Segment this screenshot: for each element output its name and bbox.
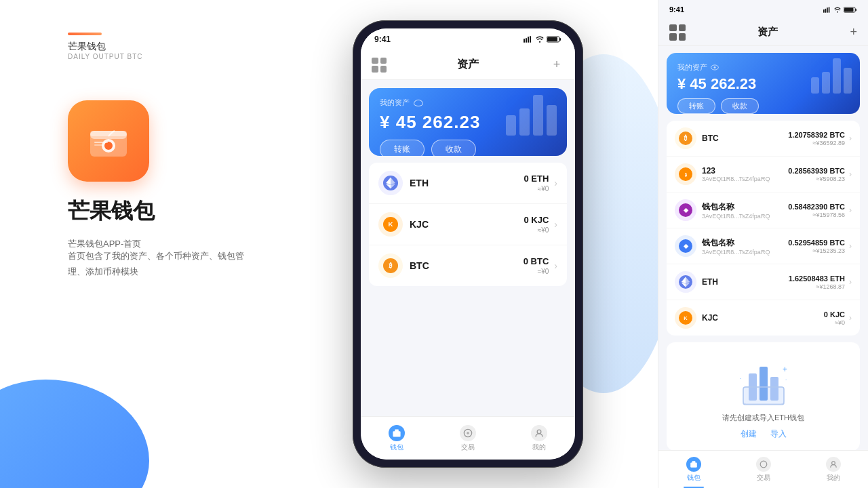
right-coin-wallet2-main: 钱包名称 3AvEQt1R8...TsZ4fpaRQ — [702, 237, 788, 256]
svg-rect-63 — [760, 367, 768, 401]
right-coin-item-btc[interactable]: ₿ BTC 1.20758392 BTC ≈¥36592.89 › — [667, 121, 860, 157]
right-coin-123-right: 0.28563939 BTC ≈¥5908.23 — [788, 167, 845, 182]
right-coin-item-wallet1[interactable]: ◆ 钱包名称 3AvEQt1R8...TsZ4fpaRQ 0.58482390 … — [667, 192, 860, 228]
phone-nav-trade[interactable]: 交易 — [432, 417, 503, 460]
svg-rect-41 — [844, 68, 852, 94]
right-transfer-button[interactable]: 转账 — [677, 98, 715, 114]
right-coin-item-eth[interactable]: ETH 1.62508483 ETH ≈¥1268.87 › — [667, 264, 860, 300]
svg-rect-43 — [811, 77, 819, 94]
brand-name: 芒果钱包 — [68, 41, 106, 53]
right-coin-wallet1-amount: 0.58482390 BTC — [788, 203, 845, 211]
right-coin-btc-right: 1.20758392 BTC ≈¥36592.89 — [788, 131, 845, 146]
svg-rect-7 — [524, 39, 525, 43]
svg-rect-15 — [533, 95, 543, 136]
right-coin-kjc-right: 0 KJC ≈¥0 — [824, 310, 845, 326]
phone-coin-eth-right: 0 ETH ≈¥0 — [524, 174, 549, 192]
empty-eth-section: + · · 请先创建或导入ETH钱包 创建 导入 — [667, 342, 860, 451]
svg-rect-39 — [844, 7, 854, 11]
right-coin-wallet2-cny: ≈¥15235.23 — [788, 247, 845, 254]
svg-rect-42 — [822, 72, 830, 94]
svg-point-36 — [837, 11, 838, 12]
phone-nav-add-icon[interactable]: + — [549, 58, 564, 73]
btc-icon: ₿ — [378, 253, 403, 278]
right-nav-trade[interactable]: 交易 — [728, 451, 798, 488]
phone-nav-wallet[interactable]: 钱包 — [361, 417, 432, 460]
svg-rect-32 — [823, 9, 825, 12]
right-coin-wallet2-name: 钱包名称 — [702, 237, 788, 249]
right-coin-123-cny: ≈¥5908.23 — [788, 176, 845, 182]
svg-point-71 — [760, 461, 767, 468]
app-icon — [68, 100, 149, 182]
svg-rect-70 — [692, 461, 695, 464]
right-coin-eth-main: ETH — [702, 277, 789, 287]
svg-rect-33 — [825, 8, 827, 12]
phone-coin-item-kjc[interactable]: K KJC 0 KJC ≈¥0 › — [369, 204, 567, 245]
right-coin-wallet2-right: 0.52954859 BTC ≈¥15235.23 — [788, 239, 845, 254]
right-nav-trade-label: 交易 — [757, 473, 770, 483]
svg-text:·: · — [740, 375, 741, 382]
right-nav-mine-label: 我的 — [827, 473, 840, 483]
phone-receive-button[interactable]: 收款 — [431, 140, 476, 156]
right-coin-item-wallet2[interactable]: ◆ 钱包名称 3AvEQt1R8...TsZ4fpaRQ 0.52954859 … — [667, 228, 860, 264]
svg-text:K: K — [389, 220, 393, 228]
right-kjc-arrow-icon: › — [849, 313, 852, 323]
phone-asset-eye-icon[interactable] — [414, 100, 423, 106]
right-coin-kjc-cny: ≈¥0 — [824, 319, 845, 326]
right-nav-wallet[interactable]: 钱包 — [658, 451, 728, 488]
svg-rect-10 — [530, 36, 531, 43]
phone-coin-item-btc[interactable]: ₿ BTC 0 BTC ≈¥0 › — [369, 245, 567, 286]
phone-status-bar: 9:41 — [361, 28, 575, 50]
right-coin-eth-name: ETH — [702, 277, 789, 287]
right-nav-grid-icon[interactable] — [669, 24, 686, 41]
right-coin-item-kjc[interactable]: K KJC 0 KJC ≈¥0 › — [667, 300, 860, 336]
right-coin-123-addr: 3AvEQt1R8...TsZ4fpaRQ — [702, 176, 788, 182]
empty-eth-import-link[interactable]: 导入 — [770, 428, 787, 440]
svg-text:◆: ◆ — [683, 243, 689, 249]
right-wallet2-icon: ◆ — [675, 235, 696, 257]
right-bottom-nav: 钱包 交易 我的 — [658, 450, 868, 488]
right-nav-mine[interactable]: 我的 — [798, 451, 868, 488]
right-receive-button[interactable]: 收款 — [721, 98, 759, 114]
right-coin-123-amount: 0.28563939 BTC — [788, 167, 845, 175]
right-coin-wallet2-addr: 3AvEQt1R8...TsZ4fpaRQ — [702, 249, 788, 256]
phone-coin-item-eth[interactable]: ETH 0 ETH ≈¥0 › — [369, 163, 567, 204]
right-nav-add-icon[interactable]: + — [850, 25, 857, 39]
phone-asset-card: 我的资产 ¥ 45 262.23 转账 收款 — [369, 88, 567, 156]
right-wallet1-arrow-icon: › — [849, 205, 852, 215]
phone-nav-mine[interactable]: 我的 — [504, 417, 575, 460]
right-coin-kjc-name: KJC — [702, 313, 824, 323]
wallet-nav-icon — [389, 425, 405, 441]
trade-nav-icon — [460, 425, 476, 441]
svg-rect-9 — [528, 37, 529, 43]
phone-nav-mine-label: 我的 — [532, 443, 546, 452]
app-name: 芒果钱包 — [68, 197, 155, 226]
svg-rect-17 — [519, 108, 530, 136]
right-coin-btc-cny: ≈¥36592.89 — [788, 140, 845, 146]
svg-text:◆: ◆ — [683, 207, 689, 214]
right-coin-item-123[interactable]: ₿ 123 3AvEQt1R8...TsZ4fpaRQ 0.28563939 B… — [667, 157, 860, 192]
right-wallet-nav-icon — [686, 457, 701, 472]
phone-coin-eth-info: ETH — [410, 178, 524, 188]
brand-subtitle: DAILY OUTPUT BTC — [68, 53, 142, 60]
right-wallet1-icon: ◆ — [675, 199, 696, 221]
phone-mockup: 9:41 资产 + — [353, 20, 583, 468]
phone-coin-eth-amount: 0 ETH — [524, 174, 549, 184]
phone-nav-grid-icon[interactable] — [372, 58, 387, 73]
decorative-blob — [0, 380, 149, 488]
eth-icon — [378, 171, 403, 195]
svg-rect-18 — [506, 115, 516, 136]
phone-nav-wallet-label: 钱包 — [390, 443, 403, 452]
phone-nav-trade-label: 交易 — [461, 443, 475, 452]
right-coin-wallet1-addr: 3AvEQt1R8...TsZ4fpaRQ — [702, 213, 788, 220]
phone-coin-list: ETH 0 ETH ≈¥0 › K KJC — [369, 163, 567, 286]
right-status-time: 9:41 — [669, 5, 684, 14]
svg-rect-16 — [547, 105, 557, 136]
svg-rect-34 — [827, 7, 828, 13]
right-coin-wallet2-amount: 0.52954859 BTC — [788, 239, 845, 247]
empty-eth-links: 创建 导入 — [677, 428, 849, 440]
right-mine-nav-icon — [826, 457, 841, 472]
empty-eth-create-link[interactable]: 创建 — [741, 428, 757, 440]
right-kjc-icon: K — [675, 307, 696, 329]
phone-coin-kjc-approx: ≈¥0 — [524, 226, 549, 234]
phone-transfer-button[interactable]: 转账 — [380, 140, 425, 156]
